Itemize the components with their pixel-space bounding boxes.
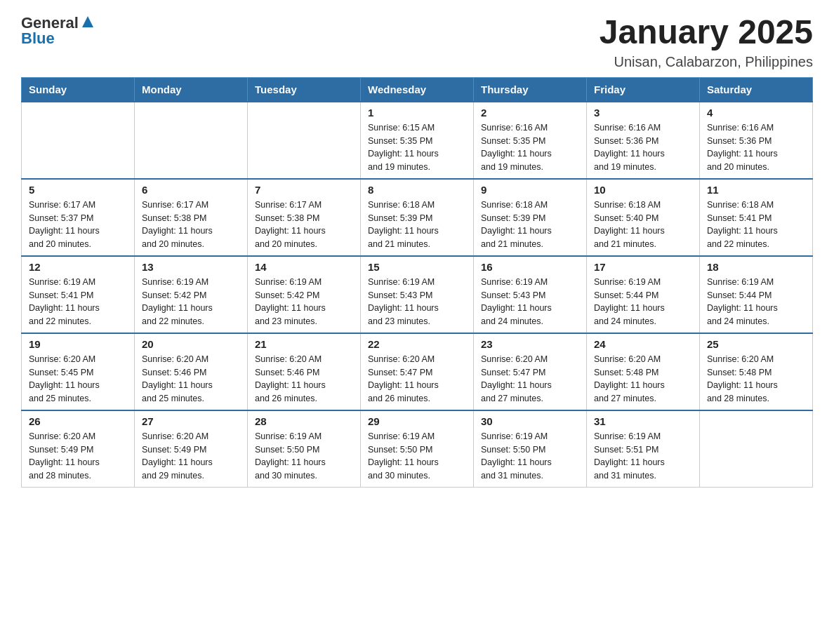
calendar-cell: 29Sunrise: 6:19 AM Sunset: 5:50 PM Dayli… — [361, 410, 474, 488]
calendar-week-row: 1Sunrise: 6:15 AM Sunset: 5:35 PM Daylig… — [22, 102, 813, 179]
calendar-cell: 13Sunrise: 6:19 AM Sunset: 5:42 PM Dayli… — [135, 256, 248, 333]
day-info: Sunrise: 6:17 AM Sunset: 5:38 PM Dayligh… — [255, 199, 353, 251]
title-block: January 2025 Unisan, Calabarzon, Philipp… — [600, 14, 813, 70]
calendar-cell: 31Sunrise: 6:19 AM Sunset: 5:51 PM Dayli… — [587, 410, 700, 488]
day-info: Sunrise: 6:20 AM Sunset: 5:47 PM Dayligh… — [368, 353, 466, 405]
day-number: 27 — [142, 415, 240, 427]
calendar-header: SundayMondayTuesdayWednesdayThursdayFrid… — [22, 77, 813, 102]
day-info: Sunrise: 6:16 AM Sunset: 5:36 PM Dayligh… — [707, 121, 805, 174]
calendar-cell: 5Sunrise: 6:17 AM Sunset: 5:37 PM Daylig… — [22, 179, 135, 256]
calendar-cell: 7Sunrise: 6:17 AM Sunset: 5:38 PM Daylig… — [248, 179, 361, 256]
calendar-cell: 18Sunrise: 6:19 AM Sunset: 5:44 PM Dayli… — [700, 256, 813, 333]
calendar-cell: 24Sunrise: 6:20 AM Sunset: 5:48 PM Dayli… — [587, 333, 700, 410]
day-info: Sunrise: 6:15 AM Sunset: 5:35 PM Dayligh… — [368, 121, 466, 174]
header-tuesday: Tuesday — [248, 77, 361, 102]
day-info: Sunrise: 6:18 AM Sunset: 5:41 PM Dayligh… — [707, 199, 805, 251]
day-info: Sunrise: 6:17 AM Sunset: 5:37 PM Dayligh… — [29, 199, 127, 251]
calendar-cell — [22, 102, 135, 179]
day-number: 18 — [707, 261, 805, 273]
day-info: Sunrise: 6:18 AM Sunset: 5:39 PM Dayligh… — [481, 199, 579, 251]
day-info: Sunrise: 6:20 AM Sunset: 5:48 PM Dayligh… — [707, 353, 805, 405]
header-monday: Monday — [135, 77, 248, 102]
day-info: Sunrise: 6:16 AM Sunset: 5:36 PM Dayligh… — [594, 121, 692, 174]
day-info: Sunrise: 6:19 AM Sunset: 5:43 PM Dayligh… — [481, 276, 579, 328]
calendar-cell: 16Sunrise: 6:19 AM Sunset: 5:43 PM Dayli… — [474, 256, 587, 333]
calendar-cell: 25Sunrise: 6:20 AM Sunset: 5:48 PM Dayli… — [700, 333, 813, 410]
calendar-cell: 15Sunrise: 6:19 AM Sunset: 5:43 PM Dayli… — [361, 256, 474, 333]
day-number: 19 — [29, 338, 127, 350]
day-number: 26 — [29, 415, 127, 427]
calendar-cell: 3Sunrise: 6:16 AM Sunset: 5:36 PM Daylig… — [587, 102, 700, 179]
day-number: 16 — [481, 261, 579, 273]
header-wednesday: Wednesday — [361, 77, 474, 102]
day-info: Sunrise: 6:16 AM Sunset: 5:35 PM Dayligh… — [481, 121, 579, 174]
calendar-cell: 12Sunrise: 6:19 AM Sunset: 5:41 PM Dayli… — [22, 256, 135, 333]
day-number: 2 — [481, 107, 579, 119]
day-number: 12 — [29, 261, 127, 273]
calendar-cell: 20Sunrise: 6:20 AM Sunset: 5:46 PM Dayli… — [135, 333, 248, 410]
day-number: 11 — [707, 184, 805, 196]
day-info: Sunrise: 6:19 AM Sunset: 5:50 PM Dayligh… — [255, 430, 353, 483]
day-number: 31 — [594, 415, 692, 427]
calendar-table: SundayMondayTuesdayWednesdayThursdayFrid… — [21, 77, 813, 488]
day-info: Sunrise: 6:19 AM Sunset: 5:51 PM Dayligh… — [594, 430, 692, 483]
day-number: 14 — [255, 261, 353, 273]
day-info: Sunrise: 6:18 AM Sunset: 5:39 PM Dayligh… — [368, 199, 466, 251]
day-info: Sunrise: 6:20 AM Sunset: 5:49 PM Dayligh… — [29, 430, 127, 483]
day-number: 21 — [255, 338, 353, 350]
calendar-week-row: 26Sunrise: 6:20 AM Sunset: 5:49 PM Dayli… — [22, 410, 813, 488]
calendar-cell — [248, 102, 361, 179]
header-friday: Friday — [587, 77, 700, 102]
day-number: 25 — [707, 338, 805, 350]
day-number: 17 — [594, 261, 692, 273]
calendar-cell: 2Sunrise: 6:16 AM Sunset: 5:35 PM Daylig… — [474, 102, 587, 179]
day-number: 6 — [142, 184, 240, 196]
calendar-cell — [700, 410, 813, 488]
day-number: 28 — [255, 415, 353, 427]
day-info: Sunrise: 6:20 AM Sunset: 5:45 PM Dayligh… — [29, 353, 127, 405]
day-info: Sunrise: 6:20 AM Sunset: 5:46 PM Dayligh… — [142, 353, 240, 405]
calendar-week-row: 12Sunrise: 6:19 AM Sunset: 5:41 PM Dayli… — [22, 256, 813, 333]
day-number: 4 — [707, 107, 805, 119]
day-number: 23 — [481, 338, 579, 350]
day-number: 22 — [368, 338, 466, 350]
day-number: 30 — [481, 415, 579, 427]
calendar-cell — [135, 102, 248, 179]
logo-blue: Blue — [21, 29, 55, 48]
day-number: 7 — [255, 184, 353, 196]
day-info: Sunrise: 6:19 AM Sunset: 5:43 PM Dayligh… — [368, 276, 466, 328]
day-info: Sunrise: 6:20 AM Sunset: 5:46 PM Dayligh… — [255, 353, 353, 405]
calendar-cell: 11Sunrise: 6:18 AM Sunset: 5:41 PM Dayli… — [700, 179, 813, 256]
calendar-cell: 27Sunrise: 6:20 AM Sunset: 5:49 PM Dayli… — [135, 410, 248, 488]
page-header: General Blue January 2025 Unisan, Calaba… — [21, 14, 813, 70]
calendar-week-row: 5Sunrise: 6:17 AM Sunset: 5:37 PM Daylig… — [22, 179, 813, 256]
day-number: 20 — [142, 338, 240, 350]
day-info: Sunrise: 6:20 AM Sunset: 5:49 PM Dayligh… — [142, 430, 240, 483]
page-title: January 2025 — [600, 14, 813, 51]
day-info: Sunrise: 6:17 AM Sunset: 5:38 PM Dayligh… — [142, 199, 240, 251]
day-number: 8 — [368, 184, 466, 196]
day-number: 3 — [594, 107, 692, 119]
calendar-cell: 14Sunrise: 6:19 AM Sunset: 5:42 PM Dayli… — [248, 256, 361, 333]
logo-triangle-icon — [81, 15, 95, 29]
calendar-cell: 8Sunrise: 6:18 AM Sunset: 5:39 PM Daylig… — [361, 179, 474, 256]
logo: General Blue — [21, 14, 95, 48]
day-info: Sunrise: 6:18 AM Sunset: 5:40 PM Dayligh… — [594, 199, 692, 251]
header-saturday: Saturday — [700, 77, 813, 102]
day-info: Sunrise: 6:19 AM Sunset: 5:42 PM Dayligh… — [255, 276, 353, 328]
calendar-cell: 30Sunrise: 6:19 AM Sunset: 5:50 PM Dayli… — [474, 410, 587, 488]
header-sunday: Sunday — [22, 77, 135, 102]
day-number: 9 — [481, 184, 579, 196]
svg-marker-0 — [82, 16, 93, 27]
day-info: Sunrise: 6:19 AM Sunset: 5:44 PM Dayligh… — [707, 276, 805, 328]
calendar-cell: 6Sunrise: 6:17 AM Sunset: 5:38 PM Daylig… — [135, 179, 248, 256]
day-number: 1 — [368, 107, 466, 119]
calendar-cell: 9Sunrise: 6:18 AM Sunset: 5:39 PM Daylig… — [474, 179, 587, 256]
calendar-cell: 19Sunrise: 6:20 AM Sunset: 5:45 PM Dayli… — [22, 333, 135, 410]
day-number: 5 — [29, 184, 127, 196]
calendar-cell: 10Sunrise: 6:18 AM Sunset: 5:40 PM Dayli… — [587, 179, 700, 256]
day-info: Sunrise: 6:19 AM Sunset: 5:42 PM Dayligh… — [142, 276, 240, 328]
day-number: 10 — [594, 184, 692, 196]
day-info: Sunrise: 6:19 AM Sunset: 5:50 PM Dayligh… — [368, 430, 466, 483]
calendar-cell: 26Sunrise: 6:20 AM Sunset: 5:49 PM Dayli… — [22, 410, 135, 488]
